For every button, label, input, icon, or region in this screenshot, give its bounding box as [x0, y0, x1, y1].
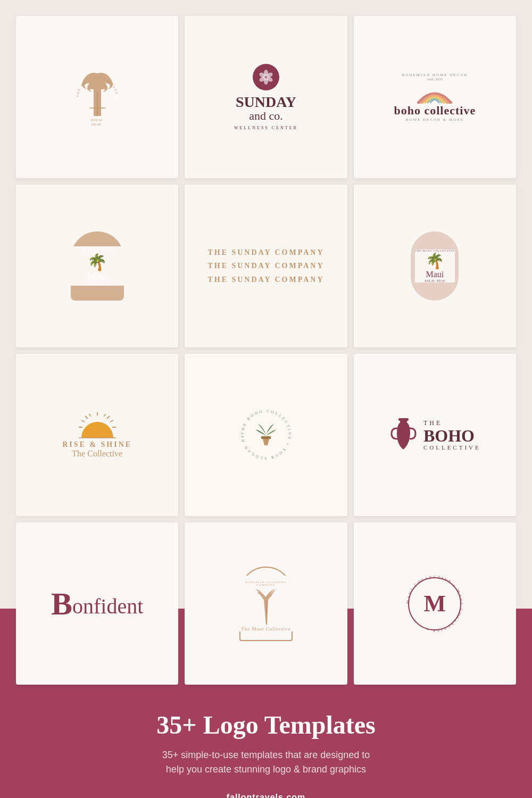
arch-palm-icon: 🌴	[87, 253, 107, 271]
card-maui-oval: THE MAUI COLLECTIVE 🌴 Maui EST 20TD 20	[354, 185, 516, 347]
svg-rect-26	[398, 418, 409, 421]
plant-pot-icon	[253, 419, 279, 451]
collective-small-text: COLLECTIVE	[423, 444, 481, 451]
card-sunday-co: SUNDAY and co. WELLNESS CENTER	[185, 16, 347, 178]
sunday-text: SUNDAY	[236, 95, 296, 110]
logo-grid-row3: RISE & SHINE The Collective THE BOHO COL…	[0, 347, 532, 516]
hawaii-top-text: HAWAIIAN CLOTHING COMPANY	[239, 581, 293, 586]
card-sunday-company: THE SUNDAY COMPANY THE SUNDAY COMPANY TH…	[185, 185, 347, 347]
bottom-link: fallontravels.com	[21, 793, 511, 798]
arch-est-text: EST 20TD 20	[87, 282, 108, 286]
oval-palm-icon: 🌴	[426, 252, 444, 270]
maui-collective-logo: THE MAUI COLLECTIVE EST 20 TD 20 Maui	[73, 68, 121, 127]
card-rise-shine: RISE & SHINE The Collective	[16, 354, 178, 516]
sun-icon	[76, 411, 119, 440]
bottom-section: 35+ Logo Templates 35+ simple-to-use tem…	[0, 685, 532, 798]
card-maui-m: MAUI COLLECTIVE • MAUI COLLECTIVE • M	[354, 522, 516, 685]
onfident-text: onfident	[72, 595, 143, 618]
svg-text:Maui: Maui	[88, 126, 104, 127]
card-boho-plant: THE BOHO COLLECTIVE • YOUR SLOGAN HERE •	[185, 354, 347, 516]
the-collective-text: The Collective	[72, 449, 122, 459]
logo-grid-row1: THE MAUI COLLECTIVE EST 20 TD 20 Maui	[0, 0, 532, 178]
m-letter: M	[424, 590, 446, 617]
svg-line-21	[81, 420, 85, 422]
rise-shine-text: RISE & SHINE	[62, 440, 132, 449]
arch-maui-text: Maui	[87, 271, 107, 282]
bohemian-text: BOHEMIAN HOME DECOR	[402, 73, 468, 77]
card-boho-collective: BOHEMIAN HOME DECOR estd. 2020 boho coll…	[354, 16, 516, 178]
and-co-text: and co.	[249, 110, 283, 122]
svg-line-16	[85, 416, 88, 419]
card-maui-collective: THE MAUI COLLECTIVE EST 20 TD 20 Maui	[16, 16, 178, 178]
sunday-co-line3: THE SUNDAY COMPANY	[207, 273, 324, 286]
sunday-co-line1: THE SUNDAY COMPANY	[207, 246, 324, 259]
wellness-text: WELLNESS CENTER	[234, 126, 298, 130]
oval-est-text: EST 20TD 20	[425, 279, 445, 282]
maui-collective-text: The Maui Collective	[241, 626, 290, 631]
bottom-title: 35+ Logo Templates	[21, 711, 511, 739]
sunday-co-line2: THE SUNDAY COMPANY	[207, 259, 324, 272]
hawaii-palm-icon	[251, 586, 280, 626]
logo-grid-row2: THE SUNDAY COLLECTIVE 🌴 Maui EST 20TD 20…	[0, 178, 532, 347]
svg-line-20	[110, 420, 113, 422]
svg-text:EST  20: EST 20	[91, 118, 103, 122]
big-b-letter: B	[51, 589, 72, 618]
card-sunday-arch: THE SUNDAY COLLECTIVE 🌴 Maui EST 20TD 20	[16, 185, 178, 347]
card-boho-vase: the BOHO COLLECTIVE	[354, 354, 516, 516]
boho-big-text: BOHO	[423, 427, 475, 444]
card-hawaiian-clothing: HAWAIIAN CLOTHING COMPANY The Maui Colle…	[185, 522, 347, 685]
rainbow-icon	[416, 82, 453, 104]
svg-line-14	[107, 416, 110, 419]
bottom-subtitle: 35+ simple-to-use templates that are des…	[21, 748, 511, 777]
flower-circle	[253, 64, 279, 90]
svg-rect-24	[261, 436, 271, 439]
vase-icon	[389, 415, 418, 455]
boho-main-text: boho collective	[394, 104, 476, 118]
arch-top-text: THE SUNDAY COLLECTIVE	[71, 246, 124, 253]
estd-text: estd. 2020	[427, 77, 443, 81]
home-decor-text: HOME DECOR & MORE	[406, 118, 464, 122]
logo-grid-row4: B onfident HAWAIIAN CLOTHING COMPANY The…	[0, 516, 532, 685]
card-bonfident: B onfident	[16, 522, 178, 685]
svg-line-18	[104, 414, 106, 417]
oval-maui-text: Maui	[426, 270, 444, 279]
svg-line-19	[89, 414, 91, 417]
